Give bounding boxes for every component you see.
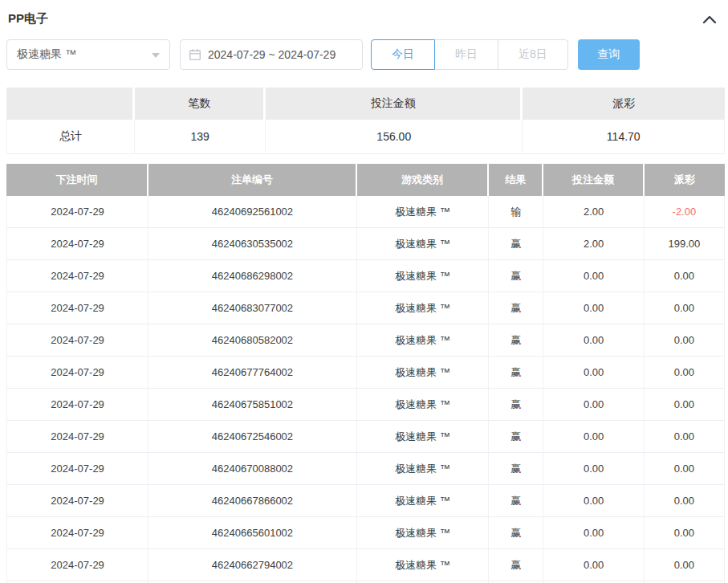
table-row: 2024-07-2946240662794002极速糖果 ™赢0.000.00 [6, 549, 725, 581]
cell-result: 赢 [489, 260, 543, 292]
page-title: PP电子 [8, 11, 48, 26]
summary-header-row: 笔数投注金额派彩 [6, 88, 725, 120]
records-header-result: 结果 [489, 164, 543, 196]
collapse-chevron-up-icon[interactable] [702, 14, 717, 24]
cell-game-type: 极速糖果 ™ [357, 357, 490, 389]
cell-game-type: 极速糖果 ™ [357, 228, 490, 260]
calendar-icon [189, 48, 201, 61]
cell-result: 赢 [489, 389, 543, 421]
summary-header-1: 笔数 [135, 88, 266, 120]
cell-game-type: 极速糖果 ™ [357, 453, 490, 485]
cell-bet-time: 2024-07-29 [6, 485, 148, 517]
cell-result: 赢 [489, 357, 543, 389]
table-row: 2024-07-2946240665601002极速糖果 ™赢0.000.00 [6, 517, 725, 549]
summary-header-0 [6, 88, 135, 120]
records-header-payout: 派彩 [645, 164, 725, 196]
cell-bet-amount: 0.00 [543, 389, 644, 421]
game-select[interactable]: 极速糖果 ™ [6, 39, 170, 70]
cell-bet-time: 2024-07-29 [6, 517, 148, 549]
cell-result: 赢 [489, 421, 543, 453]
cell-game-type: 极速糖果 ™ [357, 485, 490, 517]
cell-game-type: 极速糖果 ™ [357, 549, 490, 581]
cell-game-type: 极速糖果 ™ [357, 389, 490, 421]
summary-total-row: 总计139156.00114.70 [6, 120, 725, 154]
cell-bet-time: 2024-07-29 [6, 196, 148, 228]
cell-payout: 0.00 [645, 389, 725, 421]
last-8-days-button[interactable]: 近8日 [498, 39, 568, 70]
filter-bar: 极速糖果 ™ 2024-07-29 ~ 2024-07-29 今日 昨日 近8日… [6, 39, 728, 70]
cell-bet-amount: 2.00 [543, 196, 644, 228]
cell-bet-time: 2024-07-29 [6, 357, 148, 389]
cell-game-type: 极速糖果 ™ [357, 196, 490, 228]
table-row: 2024-07-2946240692561002极速糖果 ™输2.00-2.00 [6, 196, 725, 228]
cell-payout: 0.00 [645, 357, 725, 389]
cell-result: 输 [489, 196, 543, 228]
cell-bet-amount: 0.00 [543, 324, 644, 357]
table-row: 2024-07-2946240672546002极速糖果 ™赢0.000.00 [6, 421, 725, 453]
cell-bet-amount: 0.00 [543, 260, 644, 292]
cell-bet-time: 2024-07-29 [6, 549, 148, 581]
cell-payout: 0.00 [645, 421, 725, 453]
cell-bet-id: 46240677764002 [148, 357, 357, 389]
table-row: 2024-07-2946240630535002极速糖果 ™赢2.00199.0… [6, 228, 725, 260]
date-range-value: 2024-07-29 ~ 2024-07-29 [208, 48, 336, 61]
yesterday-button[interactable]: 昨日 [434, 39, 498, 70]
records-header-game-type: 游戏类别 [357, 164, 490, 196]
cell-game-type: 极速糖果 ™ [357, 260, 490, 292]
table-row: 2024-07-2946240667866002极速糖果 ™赢0.000.00 [6, 485, 725, 517]
cell-bet-time: 2024-07-29 [6, 260, 148, 292]
cell-bet-id: 46240672546002 [148, 421, 357, 453]
cell-bet-time: 2024-07-29 [6, 421, 148, 453]
table-row: 2024-07-2946240680582002极速糖果 ™赢0.000.00 [6, 324, 725, 357]
date-range-input[interactable]: 2024-07-29 ~ 2024-07-29 [180, 39, 363, 70]
cell-result: 赢 [489, 292, 543, 324]
cell-bet-id: 46240630535002 [148, 228, 357, 260]
cell-bet-amount: 0.00 [543, 421, 644, 453]
cell-payout: 0.00 [645, 549, 725, 581]
cell-payout: 0.00 [645, 292, 725, 324]
cell-bet-amount: 0.00 [543, 517, 644, 549]
summary-cell-0: 总计 [6, 120, 135, 154]
cell-payout: 0.00 [645, 453, 725, 485]
cell-bet-id: 46240680582002 [148, 324, 357, 357]
cell-bet-amount: 2.00 [543, 228, 644, 260]
cell-bet-id: 46240665601002 [148, 517, 357, 549]
table-row: 2024-07-2946240686298002极速糖果 ™赢0.000.00 [6, 260, 725, 292]
cell-payout: 0.00 [645, 260, 725, 292]
cell-game-type: 极速糖果 ™ [357, 421, 490, 453]
cell-result: 赢 [489, 324, 543, 357]
cell-payout: 0.00 [645, 485, 725, 517]
cell-bet-id: 46240683077002 [148, 292, 357, 324]
cell-payout: 199.00 [645, 228, 725, 260]
cell-result: 赢 [489, 549, 543, 581]
cell-bet-amount: 0.00 [543, 357, 644, 389]
query-button[interactable]: 查询 [578, 39, 640, 70]
cell-bet-id: 46240675851002 [148, 389, 357, 421]
cell-bet-id: 46240667866002 [148, 485, 357, 517]
cell-game-type: 极速糖果 ™ [357, 292, 490, 324]
cell-bet-id: 46240692561002 [148, 196, 357, 228]
records-body: 2024-07-2946240692561002极速糖果 ™输2.00-2.00… [6, 196, 725, 583]
pp-electronic-panel: PP电子 极速糖果 ™ 2024-07-29 ~ 2024-07-29 [0, 0, 728, 583]
summary-header-3: 派彩 [523, 88, 725, 120]
summary-header-2: 投注金额 [266, 88, 523, 120]
cell-bet-time: 2024-07-29 [6, 292, 148, 324]
summary-cell-1: 139 [135, 120, 266, 154]
table-row: 2024-07-2946240670088002极速糖果 ™赢0.000.00 [6, 453, 725, 485]
cell-bet-id: 46240686298002 [148, 260, 357, 292]
cell-payout: 0.00 [645, 517, 725, 549]
table-row: 2024-07-2946240677764002极速糖果 ™赢0.000.00 [6, 357, 725, 389]
cell-result: 赢 [489, 485, 543, 517]
cell-payout: -2.00 [645, 196, 725, 228]
records-header-row: 下注时间注单编号游戏类别结果投注金额派彩 [6, 164, 725, 196]
records-header-bet-id: 注单编号 [148, 164, 357, 196]
panel-header: PP电子 [0, 0, 728, 26]
today-button[interactable]: 今日 [371, 39, 435, 70]
table-row: 2024-07-2946240683077002极速糖果 ™赢0.000.00 [6, 292, 725, 324]
table-row: 2024-07-2946240675851002极速糖果 ™赢0.000.00 [6, 389, 725, 421]
bet-records-table: 下注时间注单编号游戏类别结果投注金额派彩 2024-07-29462406925… [6, 164, 725, 583]
cell-result: 赢 [489, 228, 543, 260]
cell-bet-time: 2024-07-29 [6, 228, 148, 260]
cell-bet-time: 2024-07-29 [6, 453, 148, 485]
summary-cell-2: 156.00 [266, 120, 523, 154]
